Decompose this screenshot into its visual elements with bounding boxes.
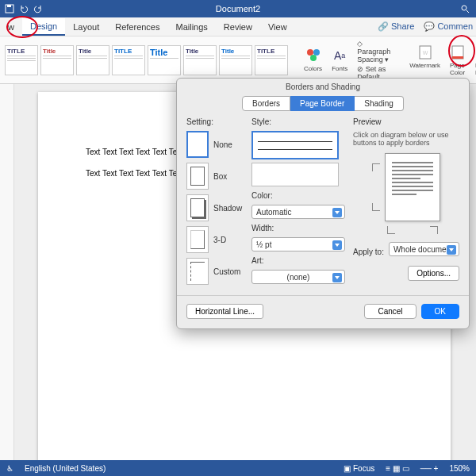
cancel-button[interactable]: Cancel bbox=[364, 304, 416, 319]
paragraph-spacing-button[interactable]: ◇ Paragraph Spacing ▾ bbox=[357, 40, 390, 63]
style-option[interactable] bbox=[251, 163, 339, 186]
style-thumb[interactable]: Title bbox=[148, 45, 181, 75]
apply-to-label: Apply to: bbox=[353, 248, 384, 256]
border-left-toggle[interactable] bbox=[387, 226, 395, 234]
tab-design[interactable]: Design bbox=[22, 18, 65, 36]
style-thumb[interactable]: TITLE bbox=[255, 45, 288, 75]
dialog-tab-shading[interactable]: Shading bbox=[355, 96, 404, 111]
style-thumb[interactable]: TITLE bbox=[112, 45, 145, 75]
preview-hint: Click on diagram below or use buttons to… bbox=[353, 131, 459, 147]
chevron-down-icon bbox=[332, 208, 342, 217]
border-bottom-toggle[interactable] bbox=[372, 203, 380, 211]
preview-label: Preview bbox=[353, 117, 459, 126]
style-selector[interactable] bbox=[251, 131, 339, 159]
border-right-toggle[interactable] bbox=[430, 226, 438, 234]
ribbon: TITLE Title Title TITLE Title Title Titl… bbox=[0, 36, 476, 84]
undo-icon[interactable] bbox=[19, 4, 29, 13]
zoom-slider[interactable]: ── + bbox=[420, 464, 439, 473]
chevron-down-icon bbox=[447, 245, 456, 255]
setting-none[interactable]: None bbox=[186, 131, 244, 158]
svg-rect-10 bbox=[452, 56, 463, 59]
svg-line-3 bbox=[466, 10, 469, 13]
setting-shadow[interactable]: Shadow bbox=[186, 194, 244, 221]
setting-box[interactable]: Box bbox=[186, 163, 244, 190]
chevron-down-icon bbox=[332, 240, 342, 250]
tab-layout[interactable]: Layout bbox=[65, 19, 107, 35]
tab-references[interactable]: References bbox=[107, 19, 167, 35]
dialog-title: Borders and Shading bbox=[177, 79, 469, 94]
setting-3d[interactable]: 3-D bbox=[186, 226, 244, 253]
setting-label: Setting: bbox=[186, 117, 244, 126]
page-color-button[interactable]: Page Color bbox=[447, 43, 469, 78]
accessibility-icon[interactable]: ♿︎ bbox=[6, 464, 13, 473]
style-thumb[interactable]: Title bbox=[219, 45, 252, 75]
page-borders-button[interactable]: Page Borders bbox=[472, 43, 476, 78]
svg-point-5 bbox=[313, 49, 320, 56]
watermark-button[interactable]: W Watermark bbox=[406, 43, 443, 78]
share-button[interactable]: 🔗 Share bbox=[371, 21, 420, 32]
svg-point-6 bbox=[310, 55, 317, 61]
watermark-icon: W bbox=[417, 44, 433, 60]
dialog-tabs: Borders Page Border Shading bbox=[177, 94, 469, 117]
search-icon[interactable] bbox=[460, 4, 470, 13]
color-dropdown[interactable]: Automatic bbox=[251, 205, 345, 219]
comments-label: Commen bbox=[437, 21, 473, 31]
ok-button[interactable]: OK bbox=[421, 304, 459, 319]
art-label: Art: bbox=[251, 256, 345, 265]
fonts-label: Fonts bbox=[332, 65, 347, 72]
art-dropdown[interactable]: (none) bbox=[251, 270, 345, 284]
vertical-ruler[interactable] bbox=[0, 84, 14, 460]
tab-review[interactable]: Review bbox=[216, 19, 260, 35]
tab-mailings[interactable]: Mailings bbox=[168, 19, 216, 35]
watermark-label: Watermark bbox=[409, 62, 440, 69]
language-status[interactable]: English (United States) bbox=[25, 464, 106, 473]
svg-point-2 bbox=[462, 6, 466, 10]
svg-rect-1 bbox=[7, 5, 11, 7]
dialog-tab-borders[interactable]: Borders bbox=[242, 96, 290, 111]
dialog-tab-page-border[interactable]: Page Border bbox=[290, 96, 355, 111]
fonts-icon: Aa bbox=[332, 48, 347, 63]
document-title: Document2 bbox=[216, 4, 260, 13]
status-bar: ♿︎ English (United States) ▣ Focus ≡ ▦ ▭… bbox=[0, 460, 476, 476]
tab-prev[interactable]: w bbox=[0, 19, 22, 35]
tab-view[interactable]: View bbox=[260, 19, 295, 35]
fonts-button[interactable]: Aa Fonts bbox=[328, 46, 351, 74]
title-bar: Document2 bbox=[0, 0, 476, 17]
preview-page[interactable] bbox=[385, 153, 440, 221]
style-label: Style: bbox=[251, 117, 345, 126]
style-thumb[interactable]: TITLE bbox=[5, 45, 38, 75]
page-color-label: Page Color bbox=[450, 62, 466, 76]
border-top-toggle[interactable] bbox=[372, 163, 380, 171]
horizontal-line-button[interactable]: Horizontal Line... bbox=[186, 304, 263, 319]
save-icon[interactable] bbox=[5, 4, 14, 13]
svg-text:W: W bbox=[422, 50, 428, 56]
comments-button[interactable]: 💬 Commen bbox=[420, 21, 476, 32]
setting-custom[interactable]: Custom bbox=[186, 258, 244, 285]
svg-point-4 bbox=[307, 49, 313, 56]
color-label: Color: bbox=[251, 191, 345, 200]
style-thumb[interactable]: Title bbox=[76, 45, 109, 75]
style-thumb[interactable]: Title bbox=[40, 45, 74, 75]
chevron-down-icon bbox=[332, 273, 342, 282]
colors-button[interactable]: Colors bbox=[301, 46, 325, 74]
borders-shading-dialog: Borders and Shading Borders Page Border … bbox=[176, 78, 470, 329]
apply-to-dropdown[interactable]: Whole document bbox=[389, 242, 459, 256]
colors-label: Colors bbox=[304, 65, 322, 72]
focus-mode[interactable]: ▣ Focus bbox=[344, 464, 374, 473]
page-color-icon bbox=[450, 44, 466, 60]
document-formatting-gallery[interactable]: TITLE Title Title TITLE Title Title Titl… bbox=[5, 45, 288, 75]
zoom-level[interactable]: 150% bbox=[449, 464, 470, 473]
share-label: Share bbox=[391, 21, 414, 31]
view-buttons[interactable]: ≡ ▦ ▭ bbox=[386, 464, 409, 473]
menu-bar: w Design Layout References Mailings Revi… bbox=[0, 17, 476, 36]
colors-icon bbox=[305, 48, 321, 63]
width-label: Width: bbox=[251, 224, 345, 232]
redo-icon[interactable] bbox=[33, 4, 43, 13]
options-button[interactable]: Options... bbox=[408, 266, 459, 281]
style-thumb[interactable]: Title bbox=[183, 45, 217, 75]
width-dropdown[interactable]: ½ pt bbox=[251, 237, 345, 251]
